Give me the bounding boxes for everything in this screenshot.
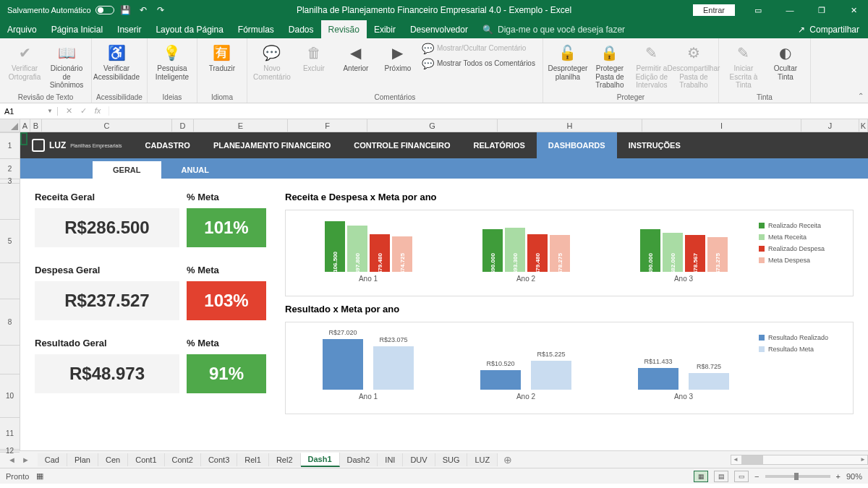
subnav-geral[interactable]: GERAL: [93, 161, 161, 179]
accept-formula-icon[interactable]: ✓: [77, 106, 90, 116]
menu-layout-da-página[interactable]: Layout da Página: [148, 20, 230, 38]
sheet-next-icon[interactable]: ►: [20, 455, 32, 464]
sheet-tab-cont1[interactable]: Cont1: [128, 453, 164, 466]
menu-exibir[interactable]: Exibir: [367, 20, 403, 38]
minimize-icon[interactable]: —: [775, 0, 804, 20]
add-sheet-icon[interactable]: ⊕: [498, 454, 518, 466]
sheet-tab-cont2[interactable]: Cont2: [165, 453, 201, 466]
maximize-icon[interactable]: ❐: [807, 0, 836, 20]
col-I[interactable]: I: [642, 119, 801, 132]
ribbon-options-icon[interactable]: ▭: [744, 0, 773, 20]
row-8[interactable]: 8: [0, 299, 20, 346]
zoom-slider[interactable]: [765, 475, 830, 478]
sheet-tab-cad[interactable]: Cad: [38, 453, 67, 466]
ribbon-icon: 🗑: [304, 43, 324, 63]
col-J[interactable]: J: [801, 119, 859, 132]
nav-planejamento financeiro[interactable]: PLANEJAMENTO FINANCEIRO: [202, 132, 342, 158]
col-H[interactable]: H: [498, 119, 642, 132]
sheet-tab-dash1[interactable]: Dash1: [301, 453, 340, 467]
nav-cadastro[interactable]: CADASTRO: [134, 132, 202, 158]
col-G[interactable]: G: [367, 119, 498, 132]
page-break-view-icon[interactable]: ▭: [734, 471, 749, 482]
menu-desenvolvedor[interactable]: Desenvolvedor: [403, 20, 475, 38]
menu-arquivo[interactable]: Arquivo: [0, 20, 44, 38]
col-C[interactable]: C: [42, 119, 172, 132]
zoom-level[interactable]: 90%: [846, 472, 862, 481]
bar-label: R$79.480: [376, 253, 383, 278]
tellme-text[interactable]: Diga-me o que você deseja fazer: [498, 25, 625, 35]
ribbon-anterior[interactable]: ◀Anterior: [336, 41, 376, 74]
ribbon-proteger-pasta-de-trabalho[interactable]: 🔒Proteger Pasta de Trabalho: [590, 41, 630, 91]
zoom-out-icon[interactable]: −: [754, 472, 759, 481]
normal-view-icon[interactable]: ▦: [694, 471, 708, 482]
ribbon-verificar-ortografia: ✔Verificar Ortografia: [4, 41, 45, 82]
sheet-tab-luz[interactable]: LUZ: [467, 453, 498, 466]
ribbon-pesquisa-inteligente[interactable]: 💡Pesquisa Inteligente: [152, 41, 192, 82]
col-A[interactable]: A: [20, 119, 30, 132]
redo-icon[interactable]: ↷: [155, 4, 166, 16]
fx-icon[interactable]: fx: [91, 106, 104, 116]
sheet-tab-cont3[interactable]: Cont3: [201, 453, 237, 466]
ribbon-traduzir[interactable]: 🈶Traduzir: [202, 41, 242, 74]
menu-revisão[interactable]: Revisão: [321, 20, 367, 38]
sheet-tab-ini[interactable]: INI: [378, 453, 403, 466]
group-label: Ideias: [152, 92, 192, 101]
menu-fórmulas[interactable]: Fórmulas: [231, 20, 281, 38]
ribbon-excluir: 🗑Excluir: [294, 41, 334, 74]
zoom-in-icon[interactable]: +: [836, 472, 841, 481]
ribbon-mostrar/ocultar-comentário: 💬Mostrar/Ocultar Comentário: [420, 41, 538, 56]
bar: R$11.433: [638, 368, 678, 390]
col-D[interactable]: D: [172, 119, 194, 132]
row-[interactable]: [0, 346, 20, 374]
menu-dados[interactable]: Dados: [281, 20, 321, 38]
ribbon-dicionário-de-sinônimos[interactable]: 📖Dicionário de Sinônimos: [46, 41, 87, 91]
sheet-tab-cen[interactable]: Cen: [98, 453, 128, 466]
sheet-tab-duv[interactable]: DUV: [403, 453, 435, 466]
page-layout-view-icon[interactable]: ▤: [714, 471, 728, 482]
col-B[interactable]: B: [30, 119, 42, 132]
category-label: Ano 2: [516, 393, 535, 401]
macro-record-icon[interactable]: ▦: [36, 471, 43, 481]
row-[interactable]: [0, 263, 20, 299]
name-box[interactable]: A1 ▼: [0, 107, 58, 116]
close-icon[interactable]: ✕: [839, 0, 868, 20]
collapse-ribbon-icon[interactable]: ⌃: [858, 92, 864, 100]
row-2[interactable]: 2: [0, 159, 20, 179]
ribbon-ocultar-tinta[interactable]: ◐Ocultar Tinta: [765, 41, 806, 82]
menu-inserir[interactable]: Inserir: [110, 20, 148, 38]
row-10[interactable]: 10: [0, 374, 20, 418]
col-E[interactable]: E: [194, 119, 288, 132]
cancel-formula-icon[interactable]: ✕: [62, 106, 75, 116]
subnav-anual[interactable]: ANUAL: [161, 161, 230, 179]
share-icon: ↗: [798, 25, 805, 35]
sheet-tab-rel2[interactable]: Rel2: [269, 453, 301, 466]
nav-controle financeiro[interactable]: CONTROLE FINANCEIRO: [342, 132, 461, 158]
row-12[interactable]: 12: [0, 450, 20, 453]
row-11[interactable]: 11: [0, 418, 20, 450]
col-K[interactable]: K: [859, 119, 868, 132]
nav-instruções[interactable]: INSTRUÇÕES: [617, 132, 692, 158]
sheet-prev-icon[interactable]: ◄: [6, 455, 18, 464]
col-F[interactable]: F: [288, 119, 367, 132]
ribbon-desproteger-planilha[interactable]: 🔓Desproteger planilha: [548, 41, 588, 82]
autosave-toggle[interactable]: Salvamento Automático: [7, 6, 114, 14]
nav-relatórios[interactable]: RELATÓRIOS: [461, 132, 536, 158]
nav-dashboards[interactable]: DASHBOARDS: [537, 132, 617, 158]
ribbon-próximo[interactable]: ▶Próximo: [378, 41, 418, 74]
row-[interactable]: [0, 184, 20, 220]
sheet-tab-dash2[interactable]: Dash2: [340, 453, 378, 466]
select-all-corner[interactable]: [0, 119, 20, 132]
share-button[interactable]: ↗Compartilhar: [789, 25, 868, 35]
sheet-tab-rel1[interactable]: Rel1: [237, 453, 269, 466]
undo-icon[interactable]: ↶: [137, 4, 149, 16]
menu-página-inicial[interactable]: Página Inicial: [44, 20, 110, 38]
ribbon-verificar-acessibilidade[interactable]: ♿Verificar Acessibilidade: [96, 41, 137, 82]
sheet-tab-sug[interactable]: SUG: [435, 453, 468, 466]
sheet-tab-plan[interactable]: Plan: [67, 453, 98, 466]
row-5[interactable]: 5: [0, 220, 20, 263]
signin-button[interactable]: Entrar: [693, 4, 735, 16]
ribbon-mostrar-todos-os-comentários[interactable]: 💬Mostrar Todos os Comentários: [420, 56, 538, 71]
save-icon[interactable]: 💾: [120, 4, 132, 16]
row-1[interactable]: 1: [0, 133, 20, 159]
horizontal-scrollbar[interactable]: [731, 455, 868, 465]
